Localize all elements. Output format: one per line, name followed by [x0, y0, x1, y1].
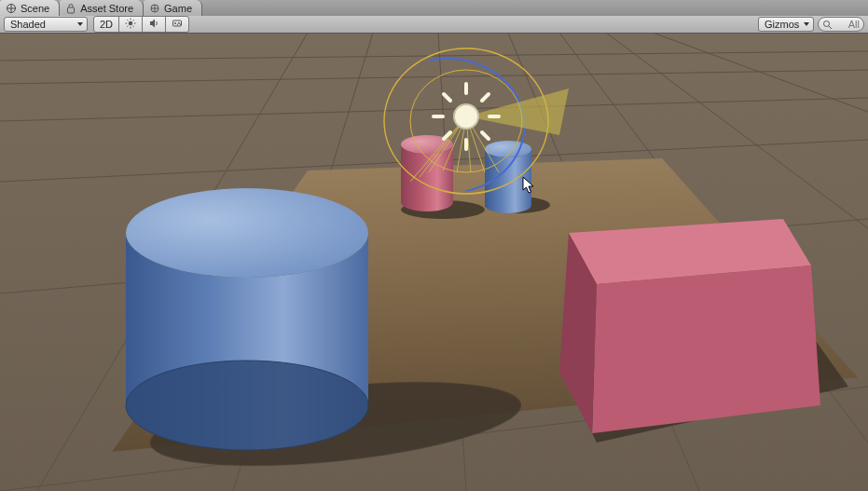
effects-icon	[172, 18, 183, 31]
svg-line-11	[127, 26, 128, 27]
toggle-lighting-button[interactable]	[118, 16, 143, 33]
svg-line-9	[127, 20, 128, 20]
tab-game[interactable]: Game	[144, 0, 202, 16]
lock-icon	[65, 3, 76, 14]
tab-asset-store[interactable]: Asset Store	[60, 0, 144, 16]
game-icon	[149, 3, 160, 14]
search-field[interactable]: All	[818, 17, 864, 32]
toggle-audio-button[interactable]	[142, 16, 166, 33]
svg-rect-3	[68, 7, 75, 13]
svg-point-34	[126, 188, 368, 278]
tab-scene[interactable]: Scene	[0, 0, 60, 16]
gizmos-dropdown[interactable]: Gizmos	[758, 17, 814, 32]
svg-point-14	[174, 22, 176, 24]
gizmos-label: Gizmos	[765, 19, 799, 30]
scene-view-toolbar: Shaded 2D Gizmos Al	[0, 16, 868, 34]
directional-light-icon	[434, 84, 499, 149]
chevron-down-icon	[77, 22, 83, 26]
audio-icon	[148, 18, 159, 31]
svg-line-10	[133, 26, 134, 27]
toggle-fx-button[interactable]	[165, 16, 189, 33]
object-cube-pink	[559, 219, 820, 433]
scene-icon	[6, 3, 17, 14]
svg-point-4	[129, 21, 132, 25]
svg-line-16	[829, 26, 832, 29]
mouse-cursor-icon	[522, 176, 535, 195]
toggle-2d-button[interactable]: 2D	[93, 16, 119, 33]
scene-viewport[interactable]	[0, 33, 868, 491]
sun-icon	[125, 18, 136, 31]
shading-mode-value: Shaded	[10, 19, 46, 30]
shading-mode-dropdown[interactable]: Shaded	[4, 17, 88, 32]
svg-point-53	[454, 104, 478, 129]
toggle-2d-label: 2D	[100, 19, 113, 30]
search-placeholder: All	[848, 19, 860, 30]
svg-point-35	[126, 361, 368, 450]
object-cylinder-blue-large	[126, 188, 368, 450]
scene-view-tabstrip: Scene Asset Store Game	[0, 0, 868, 17]
viewport-canvas	[0, 33, 868, 491]
tab-game-label: Game	[164, 3, 192, 14]
chevron-down-icon	[804, 22, 809, 26]
tab-scene-label: Scene	[21, 3, 49, 14]
tab-asset-store-label: Asset Store	[80, 3, 133, 14]
svg-marker-38	[592, 266, 820, 433]
search-icon	[822, 20, 833, 30]
svg-line-12	[133, 20, 134, 20]
svg-point-15	[824, 20, 830, 26]
view-options-group: 2D	[93, 16, 189, 33]
